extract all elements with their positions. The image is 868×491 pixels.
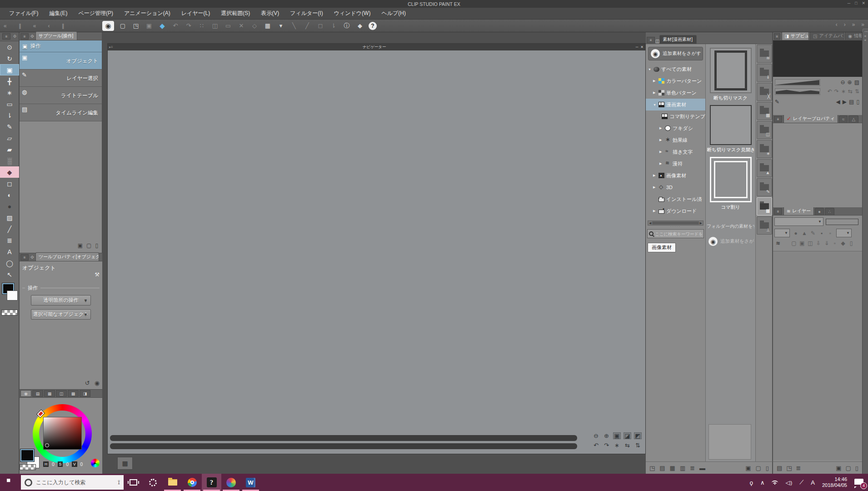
wifi-icon[interactable] xyxy=(772,481,778,485)
splitter-handle[interactable]: ····· xyxy=(646,225,705,228)
folder-image-shortcut[interactable]: ▲ xyxy=(757,159,772,177)
divide-frame-icon[interactable]: ◆ xyxy=(839,240,847,246)
subtool-item[interactable]: ▤ タイムライン編集 xyxy=(20,104,102,121)
pencil-tool[interactable]: ▱ xyxy=(0,132,19,144)
balloon-tool[interactable]: ◯ xyxy=(0,257,19,269)
material-tree-item[interactable]: ▶ 描き文字 xyxy=(646,146,705,158)
color-slider-tab[interactable]: ▤ xyxy=(32,390,43,397)
material-tree-item[interactable]: ▼ 漫画素材 xyxy=(646,99,705,110)
folder-comic-panel-shortcut[interactable]: ▦ xyxy=(757,197,772,215)
tree-arrow-icon[interactable]: ▶ xyxy=(659,126,663,130)
chrome-button[interactable] xyxy=(182,474,202,491)
view-detail-icon[interactable]: ▬ xyxy=(699,465,705,471)
clear-icon[interactable]: ✕ xyxy=(237,21,246,30)
nav-rotate-right-icon[interactable]: ↷ xyxy=(603,442,610,449)
start-button[interactable] xyxy=(0,474,21,491)
subview-preview[interactable] xyxy=(773,40,862,77)
new-layer-icon[interactable]: ▢ xyxy=(790,240,798,246)
tree-arrow-icon[interactable]: ▼ xyxy=(648,68,652,71)
material-item[interactable]: 断ち切りマスク xyxy=(706,44,755,101)
view-large-icon[interactable]: ▦ xyxy=(670,465,675,471)
clip-studio-button[interactable] xyxy=(221,474,241,491)
delete-layer-icon[interactable]: ▯ xyxy=(848,240,855,246)
collapsed-dock-strip[interactable]: «« xyxy=(862,32,868,474)
new-folder-icon[interactable]: ◫ xyxy=(807,240,814,246)
material-folder-icon[interactable]: ▤ xyxy=(659,465,665,471)
view-list-icon[interactable]: ≣ xyxy=(690,465,695,471)
airbrush-tool[interactable]: ░ xyxy=(0,155,19,166)
marquee-tool[interactable]: ▭ xyxy=(0,98,19,110)
grid-menu-icon[interactable]: ▦ xyxy=(263,21,272,30)
dock-arrow-icon[interactable]: » xyxy=(852,21,855,28)
dock-arrow-icon[interactable]: ∥ xyxy=(61,23,64,29)
menu-item[interactable]: レイヤー(L) xyxy=(177,8,215,19)
flow-line-tool[interactable]: ≣ xyxy=(0,235,19,246)
brush-tool[interactable]: ▰ xyxy=(0,144,19,155)
nav-zoom-100-icon[interactable]: ▣ xyxy=(613,432,621,439)
clip-studio-open-icon[interactable]: ◉ xyxy=(102,21,114,31)
material-thumbnail[interactable] xyxy=(710,48,752,93)
action-center-icon[interactable]: 4 xyxy=(854,479,863,486)
navigator-title-bar[interactable]: ▸≡ ナビゲーター ─ ✕ xyxy=(108,44,645,50)
layer-move-tool[interactable]: ╋ xyxy=(0,75,19,87)
scroll-left-icon[interactable]: ◀ xyxy=(649,221,651,225)
tool-property-tab[interactable]: ツールプロパティ[オブジェクト] xyxy=(35,252,99,261)
tab-layer-search[interactable]: ● xyxy=(815,208,824,215)
find-more-materials-link[interactable]: ◉ 追加素材をさが xyxy=(708,237,754,246)
grid-dropdown-icon[interactable]: ▾ xyxy=(276,21,285,30)
people-icon[interactable]: ϙ xyxy=(750,479,753,486)
subtool-item[interactable]: ✎ レイヤー選択 xyxy=(20,70,102,87)
tool-palette-menu-icon[interactable]: ≡ xyxy=(2,33,10,40)
find-more-materials-button[interactable]: ◉ 追加素材をさがす xyxy=(648,47,703,60)
subview-menu-icon[interactable]: ≡ xyxy=(774,33,780,40)
gradient-tool[interactable]: ▨ xyxy=(0,212,19,223)
subview-rotate-left-icon[interactable]: ↶ xyxy=(828,88,832,95)
subtool-item[interactable]: ▣ オブジェクト xyxy=(20,52,102,70)
snap-ruler-icon[interactable]: ╲ xyxy=(289,21,299,30)
dock-arrow-icon[interactable]: ‹ xyxy=(836,21,838,28)
nav-fit-window-icon[interactable]: ◩ xyxy=(634,432,642,439)
material-tree-item[interactable]: ▶ カラーパターン xyxy=(646,75,705,87)
opacity-value-box[interactable] xyxy=(826,219,858,225)
color-wheel-tab[interactable]: ◉ xyxy=(20,390,31,397)
subview-flip-v-icon[interactable]: ⇅ xyxy=(855,88,859,95)
selectable-object-dropdown[interactable]: 選択可能なオブジェクト▼ xyxy=(31,309,91,320)
subview-flip-h-icon[interactable]: ⇆ xyxy=(848,88,853,95)
layer-trash-icon[interactable]: ▯ xyxy=(855,465,858,471)
layer-register-icon[interactable]: ▢ xyxy=(846,465,851,471)
tree-arrow-icon[interactable]: ▶ xyxy=(653,91,657,95)
navigator-close-icon[interactable]: ✕ xyxy=(640,45,644,49)
figure-tool[interactable]: ● xyxy=(0,200,19,212)
blend-tool[interactable]: ◐ xyxy=(0,189,19,200)
object-tool[interactable]: ▣ xyxy=(0,64,19,75)
material-tree-item[interactable]: ▶ フキダシ xyxy=(646,122,705,134)
menu-item[interactable]: 選択範囲(S) xyxy=(216,8,254,19)
apply-mask-icon[interactable]: ▫ xyxy=(831,240,838,246)
delete-material-icon[interactable]: ▯ xyxy=(766,465,769,471)
material-tree-item[interactable]: ▶ ダウンロード xyxy=(646,205,705,217)
open-file-icon[interactable]: ◳ xyxy=(131,21,140,30)
lock-subtool-icon[interactable]: ▣ xyxy=(78,242,83,251)
folder-pattern-shortcut[interactable]: ╳ xyxy=(757,83,772,101)
menu-item[interactable]: ページ管理(P) xyxy=(74,8,118,19)
auto-select-tool[interactable]: ∗ xyxy=(0,87,19,98)
material-search-input[interactable] xyxy=(655,231,702,236)
publish-icon[interactable]: ◆ xyxy=(158,21,167,30)
layer-property-menu-icon[interactable]: ≡ xyxy=(774,116,782,122)
transparent-area-dropdown[interactable]: 透明箇所の操作▼ xyxy=(31,295,91,306)
material-thumbnail[interactable] xyxy=(710,157,752,202)
menu-item[interactable]: ウィンドウ(W) xyxy=(329,8,375,19)
layer-lock-icon[interactable]: ▪ xyxy=(818,230,825,236)
material-folder-up-icon[interactable]: ◳ xyxy=(649,465,655,471)
scroll-right-icon[interactable]: ▶ xyxy=(700,221,702,225)
ime-mode-indicator[interactable]: A xyxy=(811,479,815,486)
tree-arrow-icon[interactable]: ▶ xyxy=(653,174,657,177)
register-material-icon[interactable]: ▢ xyxy=(756,465,761,471)
line-tool[interactable]: ╱ xyxy=(0,223,19,235)
dock-arrow-icon[interactable]: » xyxy=(861,21,864,28)
folder-edit-shortcut[interactable]: ✎ xyxy=(757,178,772,196)
flatten-icon[interactable]: ⇓ xyxy=(823,240,830,246)
material-item[interactable]: コマ割り xyxy=(706,153,755,210)
layer-folder-icon[interactable]: ▤ xyxy=(777,465,782,471)
pen-tool[interactable]: ✎ xyxy=(0,121,19,132)
